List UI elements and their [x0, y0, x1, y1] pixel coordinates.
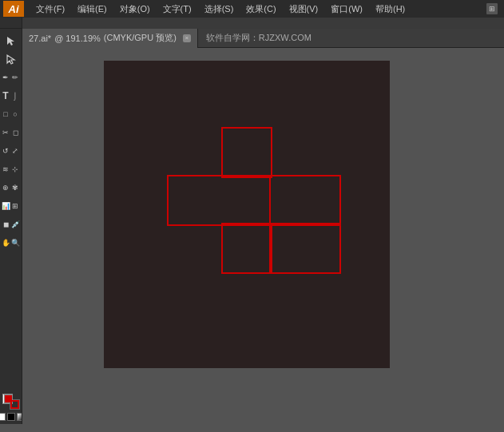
menu-view[interactable]: 视图(V): [284, 2, 324, 17]
rectangle-tool[interactable]: □: [2, 105, 10, 123]
vertical-type-tool[interactable]: ⌡: [11, 87, 20, 105]
active-tab[interactable]: 27.ai* @ 191.19% (CMYK/GPU 预览) ×: [22, 29, 198, 48]
ellipse-tool[interactable]: ○: [11, 105, 20, 123]
direct-selection-tool[interactable]: [2, 50, 20, 68]
free-transform-tool[interactable]: ⊹: [11, 161, 20, 178]
scale-tool[interactable]: ⤢: [11, 142, 20, 160]
nav-tool-row: ✋ 🔍: [2, 234, 21, 252]
warp-tool[interactable]: ≋: [2, 161, 10, 178]
type-tool-row: T ⌡: [2, 87, 21, 105]
pen-add-tool[interactable]: ✏: [11, 69, 20, 86]
ruler-horizontal: [0, 18, 504, 29]
tab-website: 软件自学网：RJZXW.COM: [198, 32, 504, 44]
blend-tool[interactable]: ⊕: [2, 179, 10, 196]
color-mode-gradient[interactable]: [17, 413, 23, 421]
rect-top: [221, 127, 272, 178]
menu-help[interactable]: 帮助(H): [370, 2, 411, 17]
pen-tool-row: ✒ ✏: [2, 69, 21, 86]
menu-file[interactable]: 文件(F): [30, 2, 70, 17]
pen-tool[interactable]: ✒: [2, 69, 10, 86]
blend-tool-row: ⊕ ✾: [2, 179, 21, 196]
warp-tool-row: ≋ ⊹: [2, 161, 21, 178]
color-mode-color[interactable]: [7, 413, 15, 421]
rect-horizontal: [167, 175, 341, 226]
tab-close-btn[interactable]: ×: [183, 34, 191, 42]
eraser-tool[interactable]: ◻: [11, 124, 20, 141]
menu-bar: Ai 文件(F) 编辑(E) 对象(O) 文字(T) 选择(S) 效果(C) 视…: [0, 0, 504, 18]
type-tool[interactable]: T: [2, 87, 10, 105]
scissors-tool[interactable]: ✂: [2, 124, 10, 141]
graph-tool-row: 📊 ⊞: [2, 197, 21, 215]
rotate-tool[interactable]: ↺: [2, 142, 10, 160]
ruler-corner: [0, 18, 22, 29]
gradient-tool-row: ◼ 💉: [2, 216, 21, 233]
tab-title: 27.ai*: [29, 34, 51, 43]
menu-edit[interactable]: 编辑(E): [72, 2, 113, 17]
color-section: [0, 390, 22, 421]
mesh-tool[interactable]: ⊞: [11, 197, 20, 215]
eyedropper-tool[interactable]: 💉: [11, 216, 20, 233]
canvas-area: 27.ai* @ 191.19% (CMYK/GPU 预览) × 软件自学网：R…: [22, 29, 504, 424]
selection-tool[interactable]: [2, 32, 20, 50]
arrange-icon[interactable]: ⊞: [486, 3, 498, 14]
app-logo: Ai: [3, 1, 24, 17]
artboard: [104, 61, 390, 368]
fill-stroke-indicator[interactable]: [2, 394, 20, 410]
main-layout: ✒ ✏ T ⌡ □ ○ ✂ ◻ ↺ ⤢ ≋ ⊹ ⊕ ✾: [0, 29, 504, 424]
tab-mode: (CMYK/GPU 预览): [104, 32, 177, 44]
shape-tool-row: □ ○: [2, 105, 21, 123]
rect-bottom: [221, 223, 272, 274]
symbol-tool[interactable]: ✾: [11, 179, 20, 196]
tab-zoom: @ 191.19%: [54, 34, 101, 43]
zoom-tool[interactable]: 🔍: [11, 234, 20, 252]
ruler-content-h: [22, 18, 504, 29]
stroke-red-indicator: [10, 400, 19, 409]
menu-window[interactable]: 窗口(W): [325, 2, 368, 17]
menu-text[interactable]: 文字(T): [157, 2, 197, 17]
toolbar: ✒ ✏ T ⌡ □ ○ ✂ ◻ ↺ ⤢ ≋ ⊹ ⊕ ✾: [0, 29, 22, 424]
menu-object[interactable]: 对象(O): [114, 2, 156, 17]
scissors-tool-row: ✂ ◻: [2, 124, 21, 141]
gradient-tool[interactable]: ◼: [2, 216, 10, 233]
tab-bar: 27.ai* @ 191.19% (CMYK/GPU 预览) × 软件自学网：R…: [22, 29, 504, 48]
rect-right-lower: [269, 223, 341, 274]
rotate-tool-row: ↺ ⤢: [2, 142, 21, 160]
color-modes: [0, 413, 22, 421]
menu-effect[interactable]: 效果(C): [240, 2, 281, 17]
menu-select[interactable]: 选择(S): [199, 2, 240, 17]
hand-tool[interactable]: ✋: [2, 234, 10, 252]
color-mode-none[interactable]: [0, 413, 6, 421]
column-graph-tool[interactable]: 📊: [2, 197, 10, 215]
